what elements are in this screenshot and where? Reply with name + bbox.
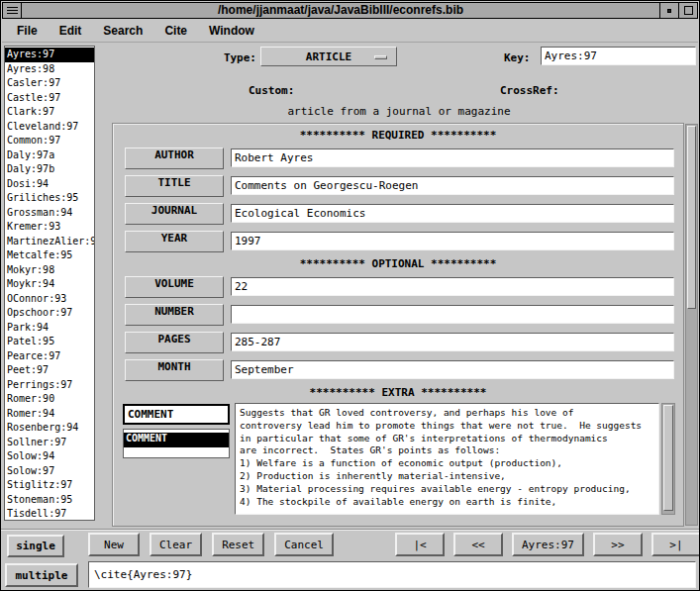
reference-list-item[interactable]: Common:97	[5, 134, 94, 148]
reference-list-item[interactable]: Clark:97	[5, 105, 94, 120]
extra-text-area[interactable]: Suggests that GR loved controversy, and …	[235, 403, 659, 515]
field-label-button[interactable]: NUMBER	[125, 304, 224, 326]
action-button[interactable]: Cancel	[274, 533, 334, 556]
reference-list-item[interactable]: Romer:94	[5, 407, 94, 422]
entry-form-panel: ********** REQUIRED ********** AUTHOR TI…	[112, 123, 684, 527]
menu-item[interactable]: Cite	[153, 21, 198, 41]
nav-button[interactable]: |<	[395, 533, 445, 556]
field-label-button[interactable]: PAGES	[125, 332, 224, 353]
reference-list-item[interactable]: Solow:97	[5, 464, 94, 479]
reference-list-item[interactable]: Sollner:97	[5, 436, 94, 450]
reference-list-item[interactable]: Opschoor:97	[5, 306, 94, 321]
option-menu-indicator-icon	[374, 55, 387, 59]
field-input[interactable]	[231, 277, 674, 296]
field-row: PAGES	[125, 331, 674, 353]
field-label-button[interactable]: MONTH	[125, 359, 224, 381]
field-row: AUTHOR	[125, 147, 674, 169]
extra-field-name-input[interactable]	[123, 404, 230, 425]
reference-list-item[interactable]: Stoneman:95	[5, 493, 94, 508]
reference-list-item[interactable]: Metcalfe:95	[5, 248, 94, 263]
single-mode-button[interactable]: single	[7, 535, 64, 557]
reference-list-item[interactable]: Pearce:97	[5, 349, 94, 364]
extra-text-scrollbar[interactable]	[661, 403, 675, 515]
form-scrollbar-thumb[interactable]	[687, 126, 696, 309]
reference-list-item[interactable]: Castle:97	[5, 91, 94, 106]
field-row: YEAR	[125, 230, 674, 252]
optional-section-header: ********** OPTIONAL **********	[113, 257, 683, 270]
type-option-menu[interactable]: ARTICLE	[260, 47, 397, 66]
menu-item[interactable]: File	[6, 21, 49, 41]
field-input[interactable]	[231, 333, 674, 351]
field-row: NUMBER	[125, 303, 674, 326]
navigation-buttons: |< << Ayres:97 >> >|	[395, 533, 700, 556]
menu-item[interactable]: Search	[92, 21, 153, 41]
window-menu-icon	[7, 10, 18, 11]
extra-field-list: COMMENT	[123, 429, 230, 458]
field-label-button[interactable]: YEAR	[125, 231, 224, 252]
reference-list-item[interactable]: Peet:97	[5, 363, 94, 378]
reference-list-item[interactable]: MartinezAlier:9	[5, 235, 94, 249]
nav-button[interactable]: Ayres:97	[512, 533, 584, 556]
iconify-button[interactable]	[659, 3, 678, 18]
field-label-button[interactable]: TITLE	[125, 175, 224, 197]
action-button[interactable]: New	[88, 533, 140, 556]
field-input[interactable]	[231, 176, 674, 195]
window-title: /home/jjanmaat/java/JavaBibIII/econrefs.…	[22, 3, 659, 18]
maximize-icon	[684, 6, 693, 15]
type-option-value: ARTICLE	[306, 50, 351, 63]
field-label-button[interactable]: JOURNAL	[125, 203, 224, 225]
action-button[interactable]: Clear	[150, 533, 202, 556]
reference-list-item[interactable]: Ayres:97	[5, 48, 94, 62]
app-window: /home/jjanmaat/java/JavaBibIII/econrefs.…	[0, 0, 700, 591]
field-label-button[interactable]: AUTHOR	[125, 148, 224, 169]
reference-list-item[interactable]: Kremer:93	[5, 220, 94, 235]
iconify-icon	[667, 9, 671, 13]
nav-button[interactable]: >>	[593, 533, 643, 556]
footer-separator	[1, 529, 700, 531]
reference-list-item[interactable]: Ayres:98	[5, 62, 94, 77]
extra-text-scrollbar-thumb[interactable]	[663, 405, 673, 511]
multiple-mode-button[interactable]: multiple	[5, 563, 78, 587]
nav-button[interactable]: >|	[651, 533, 700, 556]
cite-command-input[interactable]	[88, 561, 696, 588]
field-label-button[interactable]: VOLUME	[125, 276, 224, 298]
field-row: VOLUME	[125, 275, 674, 298]
form-scrollbar[interactable]	[685, 124, 698, 526]
reference-list-item[interactable]: Solow:94	[5, 449, 94, 464]
reference-list-item[interactable]: Stiglitz:97	[5, 478, 94, 493]
reference-list-item[interactable]: Cleveland:97	[5, 120, 94, 135]
reference-list-item[interactable]: Daly:97a	[5, 148, 94, 163]
extra-field-list-item[interactable]: COMMENT	[124, 433, 229, 447]
reference-list-item[interactable]: Casler:97	[5, 76, 94, 91]
reference-list-item[interactable]: Perrings:97	[5, 378, 94, 393]
reference-list-item[interactable]: OConnor:93	[5, 292, 94, 307]
key-input[interactable]	[541, 47, 696, 65]
field-input[interactable]	[231, 232, 674, 250]
field-input[interactable]	[231, 204, 674, 223]
reference-list-item[interactable]: Griliches:95	[5, 191, 94, 206]
reference-list-item[interactable]: Dosi:94	[5, 177, 94, 192]
action-button[interactable]: Reset	[212, 533, 264, 556]
field-input[interactable]	[231, 305, 674, 324]
reference-list-item[interactable]: Park:94	[5, 321, 94, 336]
reference-list-item[interactable]: Daly:97b	[5, 162, 94, 177]
reference-list-item[interactable]: Moykr:94	[5, 277, 94, 292]
nav-button[interactable]: <<	[453, 533, 503, 556]
menu-item[interactable]: Window	[198, 21, 265, 41]
maximize-button[interactable]	[678, 3, 697, 18]
reference-list-item[interactable]: Romer:90	[5, 392, 94, 407]
window-menu-button[interactable]	[3, 3, 22, 18]
titlebar[interactable]: /home/jjanmaat/java/JavaBibIII/econrefs.…	[2, 2, 698, 19]
reference-list-item[interactable]: Grossman:94	[5, 206, 94, 221]
menu-item[interactable]: Edit	[49, 21, 93, 41]
field-input[interactable]	[231, 148, 674, 167]
reference-list-item[interactable]: Mokyr:98	[5, 263, 94, 278]
reference-list-item[interactable]: Patel:95	[5, 335, 94, 349]
field-input[interactable]	[231, 360, 674, 379]
field-row: JOURNAL	[125, 202, 674, 225]
reference-list-item[interactable]: Tisdell:97	[5, 507, 94, 521]
extra-section-header: ********** EXTRA **********	[113, 386, 683, 399]
action-buttons: New Clear Reset Cancel	[88, 533, 334, 556]
key-label: Key:	[504, 51, 531, 64]
reference-list-item[interactable]: Rosenberg:94	[5, 421, 94, 436]
